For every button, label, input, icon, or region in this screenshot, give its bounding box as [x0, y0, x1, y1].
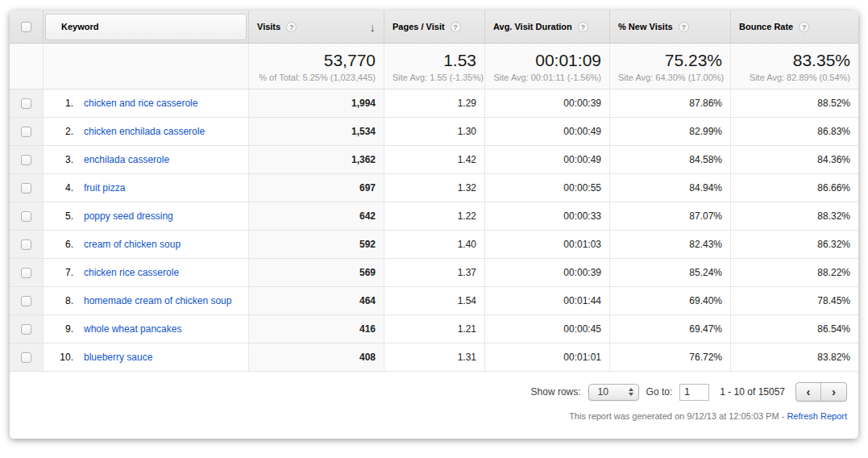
summary-duration-value: 00:01:09: [493, 51, 601, 70]
visits-cell: 464: [249, 287, 384, 315]
column-header-pages-visit[interactable]: Pages / Visit ?: [384, 10, 485, 44]
column-label-visits: Visits: [257, 22, 280, 31]
keyword-cell: 4.fruit pizza: [44, 174, 249, 202]
column-header-bounce-rate[interactable]: Bounce Rate ?: [731, 10, 858, 44]
pages-per-visit-cell: 1.30: [384, 118, 485, 146]
bounce-rate-cell: 86.32%: [731, 231, 858, 259]
summary-bounce-value: 83.35%: [739, 51, 850, 70]
column-label-avg-visit-duration: Avg. Visit Duration: [493, 22, 572, 31]
avg-visit-duration-cell: 00:00:39: [485, 259, 610, 287]
row-checkbox[interactable]: [21, 183, 31, 194]
row-checkbox[interactable]: [21, 98, 31, 109]
column-label-keyword: Keyword: [61, 22, 98, 31]
column-header-new-visits[interactable]: % New Visits ?: [610, 10, 731, 44]
bounce-rate-cell: 83.82%: [731, 344, 858, 372]
keyword-link[interactable]: chicken and rice casserole: [84, 98, 197, 109]
new-visits-cell: 82.43%: [610, 231, 731, 259]
keyword-link[interactable]: poppy seed dressing: [84, 210, 173, 222]
show-rows-select[interactable]: 10: [588, 384, 639, 401]
new-visits-cell: 84.94%: [610, 174, 731, 202]
bounce-rate-cell: 86.54%: [731, 315, 858, 344]
sort-desc-icon[interactable]: ↓: [370, 20, 376, 34]
show-rows-value: 10: [598, 386, 608, 398]
new-visits-cell: 87.07%: [610, 202, 731, 231]
summary-duration-subtext: Site Avg: 00:01:11 (-1.56%): [493, 73, 601, 82]
keyword-cell: 1.chicken and rice casserole: [44, 90, 249, 118]
visits-cell: 408: [249, 344, 384, 372]
row-checkbox[interactable]: [21, 155, 31, 165]
keyword-cell: 6.cream of chicken soup: [44, 231, 249, 259]
keyword-link[interactable]: blueberry sauce: [84, 352, 152, 363]
bounce-rate-cell: 88.22%: [731, 259, 858, 287]
select-all-checkbox[interactable]: [21, 22, 31, 32]
bounce-rate-cell: 86.83%: [731, 118, 858, 146]
goto-page-input[interactable]: [679, 384, 709, 401]
row-checkbox-cell: [10, 118, 44, 146]
table-row: 5.poppy seed dressing 642 1.22 00:00:33 …: [10, 202, 858, 231]
row-checkbox[interactable]: [21, 239, 31, 250]
row-checkbox[interactable]: [21, 268, 31, 278]
visits-cell: 592: [249, 231, 384, 259]
next-page-button[interactable]: ›: [821, 383, 846, 401]
help-icon[interactable]: ?: [451, 22, 461, 32]
pages-per-visit-cell: 1.42: [384, 146, 485, 174]
row-checkbox-cell: [10, 146, 44, 174]
refresh-report-link[interactable]: Refresh Report: [787, 411, 847, 421]
keyword-link[interactable]: chicken rice casserole: [84, 267, 179, 278]
pages-per-visit-cell: 1.29: [384, 90, 485, 118]
column-header-keyword[interactable]: Keyword: [44, 10, 249, 44]
new-visits-cell: 85.24%: [610, 259, 731, 287]
summary-new-visits-value: 75.23%: [618, 51, 722, 70]
keyword-link[interactable]: homemade cream of chicken soup: [84, 295, 231, 306]
table-row: 2.chicken enchilada casserole 1,534 1.30…: [10, 118, 858, 146]
row-checkbox-cell: [10, 90, 44, 118]
keywords-table: Keyword Visits ? ↓ Pages / Visit ?: [10, 10, 858, 372]
row-checkbox[interactable]: [21, 352, 31, 363]
column-header-visits[interactable]: Visits ? ↓: [249, 10, 384, 44]
bounce-rate-cell: 86.66%: [731, 174, 858, 202]
row-checkbox[interactable]: [21, 127, 31, 137]
keyword-link[interactable]: whole wheat pancakes: [84, 323, 181, 335]
help-icon[interactable]: ?: [286, 22, 297, 32]
avg-visit-duration-cell: 00:01:44: [485, 287, 610, 315]
row-checkbox-cell: [10, 287, 44, 315]
pagination-bar: Show rows: 10 Go to: 1 - 10 of 15057 ‹ ›: [21, 382, 847, 402]
pages-per-visit-cell: 1.22: [384, 202, 485, 231]
visits-cell: 697: [249, 174, 384, 202]
table-row: 4.fruit pizza 697 1.32 00:00:55 84.94% 8…: [10, 174, 858, 202]
row-checkbox-cell: [10, 231, 44, 259]
avg-visit-duration-cell: 00:00:55: [485, 174, 610, 202]
pages-per-visit-cell: 1.21: [384, 315, 485, 344]
keyword-link[interactable]: chicken enchilada casserole: [84, 126, 205, 137]
row-checkbox[interactable]: [21, 211, 31, 222]
keyword-link[interactable]: cream of chicken soup: [84, 239, 181, 250]
keyword-cell: 9.whole wheat pancakes: [44, 315, 249, 344]
keyword-link[interactable]: enchilada casserole: [84, 154, 169, 165]
summary-bounce-cell: 83.35% Site Avg: 82.89% (0.54%): [731, 44, 858, 90]
row-checkbox[interactable]: [21, 296, 31, 306]
row-checkbox-cell: [10, 259, 44, 287]
row-rank: 5.: [55, 210, 73, 222]
help-icon[interactable]: ?: [679, 22, 689, 32]
column-label-pages-visit: Pages / Visit: [392, 22, 445, 31]
keyword-link[interactable]: fruit pizza: [84, 182, 125, 194]
row-rank: 7.: [55, 267, 73, 278]
column-header-avg-visit-duration[interactable]: Avg. Visit Duration ?: [485, 10, 610, 44]
new-visits-cell: 82.99%: [610, 118, 731, 146]
table-row: 3.enchilada casserole 1,362 1.42 00:00:4…: [10, 146, 858, 174]
summary-row: 53,770 % of Total: 5.25% (1,023,445) 1.5…: [10, 44, 858, 90]
pages-per-visit-cell: 1.31: [384, 344, 485, 372]
summary-duration-cell: 00:01:09 Site Avg: 00:01:11 (-1.56%): [485, 44, 610, 90]
summary-checkbox-cell: [10, 44, 44, 90]
help-icon[interactable]: ?: [578, 22, 588, 32]
help-icon[interactable]: ?: [799, 22, 809, 32]
prev-page-button[interactable]: ‹: [796, 383, 821, 401]
keyword-header-button[interactable]: Keyword: [45, 14, 247, 40]
visits-cell: 1,994: [249, 90, 384, 118]
report-generated-note: This report was generated on 9/12/13 at …: [21, 411, 847, 421]
avg-visit-duration-cell: 00:00:45: [485, 315, 610, 344]
avg-visit-duration-cell: 00:00:39: [485, 90, 610, 118]
table-row: 9.whole wheat pancakes 416 1.21 00:00:45…: [10, 315, 858, 344]
row-checkbox[interactable]: [21, 324, 31, 335]
summary-visits-value: 53,770: [257, 51, 376, 70]
